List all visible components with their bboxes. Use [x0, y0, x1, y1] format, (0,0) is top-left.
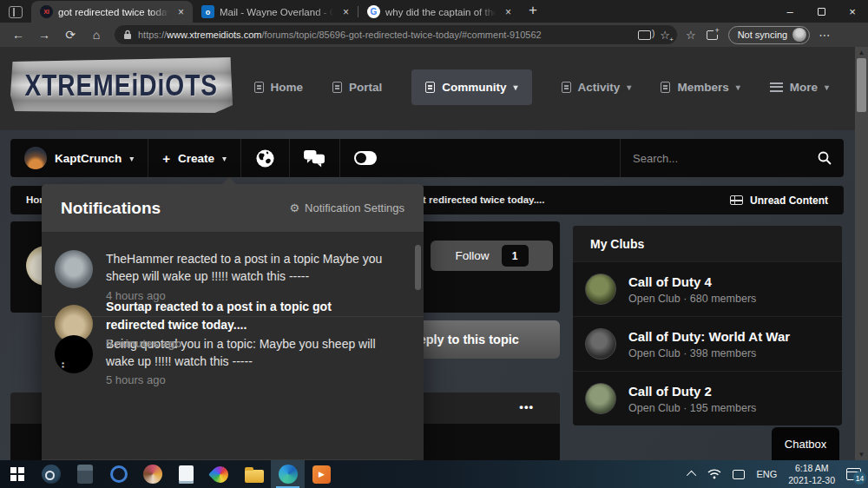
- tab-title: Mail - Wayne Overland - Outloo: [220, 7, 336, 17]
- read-aloud-icon[interactable]: [638, 30, 651, 40]
- chat-bubbles-icon: [304, 149, 326, 168]
- theme-toggle-button[interactable]: [340, 139, 391, 177]
- forward-button[interactable]: →: [31, 28, 57, 42]
- taskbar-file-explorer[interactable]: [237, 460, 271, 488]
- taskbar-steam[interactable]: [34, 460, 68, 488]
- unread-content-button[interactable]: Unread Content: [725, 186, 833, 214]
- club-item-codwaw[interactable]: Call of Duty: World At WarOpen Club · 39…: [573, 316, 842, 371]
- scroll-up-icon[interactable]: ▲: [855, 49, 868, 56]
- chatbox-button[interactable]: Chatbox: [772, 427, 839, 460]
- minimize-button[interactable]: –: [774, 0, 806, 23]
- taskbar-app[interactable]: [102, 460, 135, 488]
- chevron-down-icon: ▾: [129, 154, 134, 163]
- browser-menu-icon[interactable]: ⋯: [819, 29, 830, 42]
- home-button[interactable]: ⌂: [83, 28, 109, 42]
- favorites-add-icon[interactable]: ☆: [660, 29, 670, 42]
- club-name[interactable]: Call of Duty: World At War: [628, 328, 790, 346]
- nav-item-community[interactable]: Community▾: [411, 69, 531, 105]
- forum-page: XTREMEiDiOTS Home Portal Community▾ Acti…: [0, 47, 868, 460]
- new-tab-button[interactable]: +: [520, 2, 546, 23]
- taskbar-paint[interactable]: [135, 460, 169, 488]
- notepad-icon: [179, 465, 194, 484]
- club-avatar: [585, 274, 616, 305]
- ring-app-icon: [110, 465, 128, 483]
- taskbar: ▶ ENG 6:18 AM 2021-12-30 14: [0, 460, 868, 488]
- tray-chevron-up-icon[interactable]: [687, 471, 696, 480]
- avatar: [24, 147, 47, 169]
- wifi-icon[interactable]: [707, 469, 721, 479]
- tab-close-icon[interactable]: ×: [503, 6, 513, 18]
- chevron-down-icon: ▾: [627, 82, 631, 92]
- theme-toggle-icon: [354, 151, 377, 165]
- notification-item[interactable]: Sourtap reacted to a post in a topic got…: [42, 184, 413, 460]
- tab-search-icon[interactable]: [9, 6, 23, 18]
- club-item-cod4[interactable]: Call of Duty 4Open Club · 680 members: [573, 261, 842, 316]
- notifications-scrollbar[interactable]: [415, 238, 421, 455]
- tab-close-icon[interactable]: ×: [176, 6, 186, 18]
- my-clubs-title: My Clubs: [573, 226, 842, 261]
- folder-icon: [245, 470, 264, 483]
- site-logo[interactable]: XTREMEiDiOTS: [10, 57, 233, 113]
- maximize-icon: [818, 8, 825, 16]
- user-menu[interactable]: KaptCrunch ▾: [10, 139, 148, 177]
- taskbar-edge-active[interactable]: [271, 460, 305, 488]
- browser-tab-active[interactable]: XI got redirected twice today.... - G ×: [31, 1, 193, 23]
- scrollbar-thumb[interactable]: [857, 58, 866, 112]
- maximize-button[interactable]: [806, 0, 837, 23]
- scroll-down-icon[interactable]: ▼: [855, 451, 868, 458]
- chevron-down-icon: ▾: [825, 82, 829, 92]
- favorites-bar-icon[interactable]: ☆: [686, 29, 696, 42]
- chevron-down-icon: ▾: [736, 82, 740, 92]
- search-area: [620, 139, 844, 177]
- notifications-button[interactable]: [241, 139, 290, 177]
- avatar: [792, 28, 806, 42]
- taskbar-notepad[interactable]: [169, 460, 203, 488]
- language-indicator[interactable]: ENG: [756, 469, 777, 479]
- messages-button[interactable]: [290, 139, 340, 177]
- scrollbar-thumb[interactable]: [415, 245, 421, 290]
- tray-date: 2021-12-30: [788, 474, 835, 486]
- tab-title: why did the captain of the titanic: [385, 7, 498, 17]
- nav-item-members[interactable]: Members▾: [661, 81, 740, 94]
- collections-icon[interactable]: [707, 30, 718, 40]
- search-icon[interactable]: [818, 151, 832, 165]
- create-menu[interactable]: + Create ▾: [148, 139, 241, 177]
- start-button[interactable]: [0, 460, 34, 488]
- clock[interactable]: 6:18 AM 2021-12-30: [788, 462, 835, 486]
- club-item-cod2[interactable]: Call of Duty 2Open Club · 195 members: [573, 371, 842, 425]
- club-avatar: [585, 328, 616, 359]
- breadcrumb-topic-title: got redirected twice today....: [411, 195, 544, 205]
- page-icon: [425, 82, 435, 93]
- club-meta: Open Club · 398 members: [628, 347, 790, 359]
- unread-content-icon: [730, 195, 743, 205]
- address-bar[interactable]: https://www.xtremeidiots.com/forums/topi…: [115, 25, 677, 44]
- display-icon[interactable]: [733, 470, 745, 479]
- nav-item-more[interactable]: More▾: [770, 81, 829, 94]
- post-options-icon[interactable]: •••: [519, 400, 534, 413]
- taskbar-paintdotnet[interactable]: [203, 460, 237, 488]
- notification-count-badge: 14: [853, 472, 866, 485]
- follow-button[interactable]: Follow 1: [431, 241, 553, 271]
- nav-item-home[interactable]: Home: [254, 81, 304, 94]
- taskbar-calculator[interactable]: [68, 460, 102, 488]
- chevron-down-icon: ▾: [514, 82, 518, 92]
- close-button[interactable]: ×: [837, 0, 868, 23]
- browser-tab-search[interactable]: G why did the captain of the titanic ×: [358, 1, 520, 23]
- outlook-favicon: o: [201, 5, 214, 18]
- back-button[interactable]: ←: [5, 28, 31, 42]
- notification-center-icon[interactable]: 14: [846, 468, 861, 480]
- profile-button[interactable]: Not syncing: [728, 26, 810, 44]
- refresh-button[interactable]: ⟳: [57, 28, 83, 42]
- steam-icon: [42, 465, 61, 484]
- page-icon: [562, 82, 571, 93]
- club-name[interactable]: Call of Duty 4: [628, 274, 756, 291]
- nav-item-portal[interactable]: Portal: [332, 81, 382, 94]
- globe-icon: [255, 148, 275, 168]
- tab-close-icon[interactable]: ×: [341, 6, 351, 18]
- nav-item-activity[interactable]: Activity▾: [562, 81, 632, 94]
- taskbar-movies-tv[interactable]: ▶: [305, 460, 339, 488]
- browser-tab-mail[interactable]: o Mail - Wayne Overland - Outloo ×: [193, 1, 358, 23]
- page-scrollbar[interactable]: ▲ ▼: [855, 47, 868, 460]
- search-input[interactable]: [633, 152, 809, 165]
- club-name[interactable]: Call of Duty 2: [628, 383, 756, 400]
